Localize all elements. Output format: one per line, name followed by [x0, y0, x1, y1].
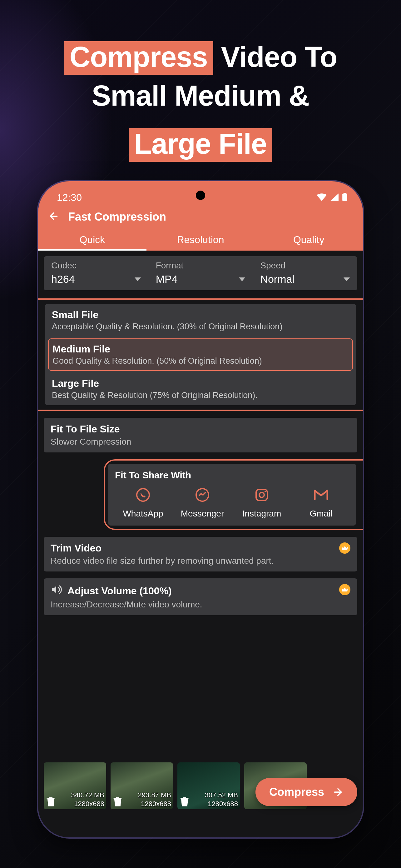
trim-sub: Reduce video file size further by removi…: [51, 556, 350, 566]
thumb-dims: 1280x688: [45, 800, 104, 808]
speed-value: Normal: [260, 273, 295, 285]
compress-button[interactable]: Compress: [256, 778, 357, 806]
codec-value: h264: [51, 273, 75, 285]
thumb-dims: 1280x688: [112, 800, 171, 808]
preset-medium[interactable]: Medium File Good Quality & Resolution. (…: [48, 338, 353, 371]
headline-text-1: Video To: [221, 41, 337, 73]
svg-point-2: [137, 489, 149, 501]
headline-highlight-2: Large File: [129, 128, 273, 161]
preset-small-sub: Acceptable Quality & Resolution. (30% of…: [52, 322, 349, 332]
video-thumbnail[interactable]: 293.87 MB 1280x688: [110, 763, 173, 809]
svg-point-5: [259, 492, 264, 497]
fit-to-size-card[interactable]: Fit To File Size Slower Compression: [44, 418, 357, 453]
svg-rect-0: [342, 194, 347, 201]
volume-title: Adjust Volume (100%): [67, 585, 172, 597]
video-thumbnail[interactable]: 340.72 MB 1280x688: [44, 763, 106, 809]
format-label: Format: [156, 260, 245, 271]
app-bar: Fast Compression: [38, 207, 363, 228]
speed-label: Speed: [260, 260, 350, 271]
compress-label: Compress: [269, 785, 324, 799]
svg-point-6: [265, 491, 266, 492]
callout-share: Fit To Share With WhatsApp Messenger: [104, 459, 363, 530]
adjust-volume-card[interactable]: Adjust Volume (100%) Increase/Decrease/M…: [44, 578, 357, 615]
share-messenger[interactable]: Messenger: [174, 486, 231, 519]
codec-dropdown[interactable]: Codec h264: [44, 259, 148, 285]
preset-small[interactable]: Small File Acceptable Quality & Resoluti…: [45, 304, 356, 337]
format-dropdown[interactable]: Format MP4: [148, 259, 253, 285]
chevron-down-icon: [343, 277, 350, 281]
svg-rect-1: [343, 193, 346, 194]
preset-medium-sub: Good Quality & Resolution. (50% of Origi…: [53, 356, 348, 366]
back-button[interactable]: [48, 211, 59, 223]
crown-icon: [339, 542, 350, 554]
thumb-dims: 1280x688: [179, 800, 238, 808]
preset-small-title: Small File: [52, 309, 349, 320]
tab-resolution[interactable]: Resolution: [146, 228, 255, 251]
preset-large[interactable]: Large File Best Quality & Resolution (75…: [45, 373, 356, 405]
headline-text-2: Small Medium &: [0, 76, 401, 115]
battery-icon: [342, 192, 347, 204]
encoding-options: Codec h264 Format MP4 Speed Normal: [44, 256, 357, 290]
share-gmail[interactable]: Gmail: [293, 486, 349, 519]
volume-icon: [51, 584, 62, 598]
preset-medium-title: Medium File: [53, 343, 348, 355]
callout-presets: Small File Acceptable Quality & Resoluti…: [38, 299, 363, 411]
share-instagram[interactable]: Instagram: [234, 486, 290, 519]
headline-highlight-1: Compress: [64, 41, 213, 75]
share-whatsapp-label: WhatsApp: [115, 509, 171, 519]
tab-quick[interactable]: Quick: [38, 228, 146, 251]
volume-sub: Increase/Decrease/Mute video volume.: [51, 599, 350, 610]
tabs: Quick Resolution Quality: [38, 228, 363, 251]
camera-hole: [196, 191, 205, 200]
codec-label: Codec: [51, 260, 141, 271]
preset-large-title: Large File: [52, 378, 349, 389]
messenger-icon: [194, 486, 211, 504]
trim-video-card[interactable]: Trim Video Reduce video file size furthe…: [44, 537, 357, 571]
chevron-down-icon: [239, 277, 245, 281]
share-whatsapp[interactable]: WhatsApp: [115, 486, 171, 519]
signal-icon: [330, 192, 338, 204]
fit-to-size-title: Fit To File Size: [51, 423, 350, 435]
arrow-right-icon: [332, 786, 343, 798]
format-value: MP4: [156, 273, 178, 285]
marketing-headline: Compress Video To Small Medium & Large F…: [0, 37, 401, 163]
trim-title: Trim Video: [51, 542, 350, 554]
preset-large-sub: Best Quality & Resolution (75% of Origin…: [52, 391, 349, 400]
chevron-down-icon: [135, 277, 141, 281]
share-title: Fit To Share With: [115, 470, 349, 480]
thumb-size: 293.87 MB: [112, 791, 171, 800]
wifi-icon: [317, 192, 327, 204]
share-instagram-label: Instagram: [234, 509, 290, 519]
svg-rect-4: [256, 489, 267, 501]
share-messenger-label: Messenger: [174, 509, 231, 519]
fit-to-size-sub: Slower Compression: [51, 437, 350, 447]
status-time: 12:30: [57, 192, 82, 204]
instagram-icon: [253, 486, 270, 504]
share-gmail-label: Gmail: [293, 509, 349, 519]
thumb-size: 340.72 MB: [45, 791, 104, 800]
thumb-size: 307.52 MB: [179, 791, 238, 800]
crown-icon: [339, 584, 350, 595]
phone-frame: 12:30 Fast Compression Quick Resolution …: [38, 181, 363, 837]
video-thumbnail[interactable]: 307.52 MB 1280x688: [177, 763, 240, 809]
whatsapp-icon: [134, 486, 152, 504]
tab-quality[interactable]: Quality: [255, 228, 363, 251]
status-bar: 12:30: [38, 189, 363, 207]
preset-list: Small File Acceptable Quality & Resoluti…: [45, 304, 356, 405]
speed-dropdown[interactable]: Speed Normal: [253, 259, 357, 285]
gmail-icon: [312, 486, 330, 504]
share-card: Fit To Share With WhatsApp Messenger: [108, 464, 356, 526]
page-title: Fast Compression: [68, 210, 166, 223]
